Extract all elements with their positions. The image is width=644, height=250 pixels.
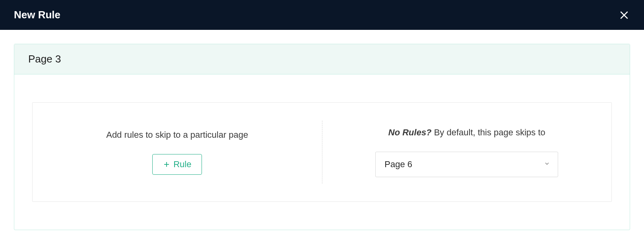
add-rule-label: Add rules to skip to a particular page [106,130,248,140]
add-rule-section: Add rules to skip to a particular page R… [33,103,322,201]
skip-target-select-wrap: Page 6 [375,152,558,177]
skip-target-select[interactable]: Page 6 [375,152,558,177]
add-rule-button[interactable]: Rule [152,154,202,175]
modal-title: New Rule [14,9,60,21]
card-header: Page 3 [14,44,630,74]
default-skip-label: No Rules? By default, this page skips to [388,127,545,138]
close-icon [619,10,629,20]
rule-card: Page 3 Add rules to skip to a particular… [14,44,630,230]
rule-config-box: Add rules to skip to a particular page R… [32,102,612,202]
card-title: Page 3 [28,53,616,65]
add-rule-button-label: Rule [173,159,191,170]
close-button[interactable] [618,9,630,21]
modal-header: New Rule [0,0,644,30]
card-body: Add rules to skip to a particular page R… [14,74,630,230]
content-area: Page 3 Add rules to skip to a particular… [0,30,644,230]
default-skip-suffix: By default, this page skips to [432,127,545,137]
no-rules-emphasis: No Rules? [388,127,432,137]
plus-icon [163,161,170,168]
default-skip-section: No Rules? By default, this page skips to… [322,103,612,201]
